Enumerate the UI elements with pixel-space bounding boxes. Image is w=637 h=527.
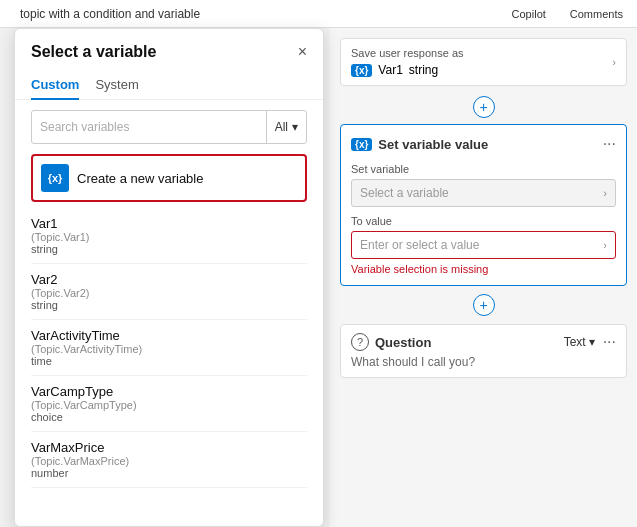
save-response-chevron[interactable]: › — [612, 56, 616, 68]
plus-circle-top[interactable]: + — [473, 96, 495, 118]
select-var-chevron: › — [603, 187, 607, 199]
var-name-display: Var1 — [378, 63, 402, 77]
list-item[interactable]: VarActivityTime (Topic.VarActivityTime) … — [31, 320, 307, 376]
panel-header: Select a variable × — [15, 29, 323, 61]
tab-system[interactable]: System — [95, 71, 138, 100]
var-type-display: string — [409, 63, 438, 77]
text-type-label: Text — [564, 335, 586, 349]
error-text: Variable selection is missing — [351, 263, 616, 275]
select-variable-placeholder: Select a variable — [360, 186, 449, 200]
var-badge: {x} — [351, 64, 372, 77]
card-menu-dots[interactable]: ··· — [603, 135, 616, 153]
create-var-icon: {x} — [41, 164, 69, 192]
top-bar: topic with a condition and variable Copi… — [0, 0, 637, 28]
comments-button[interactable]: Comments — [564, 6, 629, 22]
list-item[interactable]: VarCampType (Topic.VarCampType) choice — [31, 376, 307, 432]
var-item-type: number — [31, 467, 307, 479]
var-item-type: string — [31, 243, 307, 255]
var-item-type: string — [31, 299, 307, 311]
var-item-name: VarMaxPrice — [31, 440, 307, 455]
to-value-chevron: › — [603, 239, 607, 251]
to-value-label: To value — [351, 215, 616, 227]
tab-custom[interactable]: Custom — [31, 71, 79, 100]
card-header-left: {x} Set variable value — [351, 137, 488, 152]
filter-chevron: ▾ — [292, 120, 298, 134]
question-left: ? Question — [351, 333, 431, 351]
close-button[interactable]: × — [298, 43, 307, 61]
plus-connector-top: + — [340, 96, 627, 118]
save-response-content: Save user response as {x} Var1 string — [351, 47, 464, 77]
save-response-value: {x} Var1 string — [351, 63, 464, 77]
var-item-topic: (Topic.VarCampType) — [31, 399, 307, 411]
variable-list: Var1 (Topic.Var1) string Var2 (Topic.Var… — [15, 208, 323, 526]
set-variable-label: Set variable — [351, 163, 616, 175]
set-var-badge: {x} — [351, 138, 372, 151]
question-card: ? Question Text ▾ ··· What should I call… — [340, 324, 627, 378]
copilot-button[interactable]: Copilot — [506, 6, 552, 22]
question-right: Text ▾ ··· — [564, 333, 616, 351]
var-item-name: VarCampType — [31, 384, 307, 399]
var-item-topic: (Topic.VarActivityTime) — [31, 343, 307, 355]
to-value-input[interactable]: Enter or select a value › — [351, 231, 616, 259]
set-variable-title: Set variable value — [378, 137, 488, 152]
question-menu-dots[interactable]: ··· — [603, 333, 616, 351]
all-label: All — [275, 120, 288, 134]
var-item-name: VarActivityTime — [31, 328, 307, 343]
text-dropdown-chevron: ▾ — [589, 335, 595, 349]
plus-connector-bottom: + — [340, 294, 627, 316]
var-item-type: choice — [31, 411, 307, 423]
to-value-placeholder: Enter or select a value — [360, 238, 479, 252]
list-item[interactable]: Var2 (Topic.Var2) string — [31, 264, 307, 320]
var-item-name: Var1 — [31, 216, 307, 231]
search-bar: All ▾ — [31, 110, 307, 144]
save-response-card: Save user response as {x} Var1 string › — [340, 38, 627, 86]
var-item-topic: (Topic.Var1) — [31, 231, 307, 243]
page-title: topic with a condition and variable — [20, 7, 200, 21]
list-item[interactable]: Var1 (Topic.Var1) string — [31, 208, 307, 264]
search-input[interactable] — [32, 114, 266, 140]
create-var-label: Create a new variable — [77, 171, 203, 186]
var-item-topic: (Topic.VarMaxPrice) — [31, 455, 307, 467]
var-item-name: Var2 — [31, 272, 307, 287]
tabs: Custom System — [15, 71, 323, 100]
save-response-label: Save user response as — [351, 47, 464, 59]
select-variable-panel: Select a variable × Custom System All ▾ … — [14, 28, 324, 527]
question-header: ? Question Text ▾ ··· — [351, 333, 616, 351]
var-item-type: time — [31, 355, 307, 367]
list-item[interactable]: VarMaxPrice (Topic.VarMaxPrice) number — [31, 432, 307, 488]
question-title: Question — [375, 335, 431, 350]
right-panel: Save user response as {x} Var1 string › … — [330, 28, 637, 527]
all-filter-dropdown[interactable]: All ▾ — [266, 111, 306, 143]
set-variable-card: {x} Set variable value ··· Set variable … — [340, 124, 627, 286]
panel-title: Select a variable — [31, 43, 156, 61]
select-variable-input[interactable]: Select a variable › — [351, 179, 616, 207]
text-type-dropdown[interactable]: Text ▾ — [564, 335, 595, 349]
var-item-topic: (Topic.Var2) — [31, 287, 307, 299]
question-icon: ? — [351, 333, 369, 351]
create-variable-button[interactable]: {x} Create a new variable — [31, 154, 307, 202]
question-content: What should I call you? — [351, 355, 616, 369]
plus-circle-bottom[interactable]: + — [473, 294, 495, 316]
card-header: {x} Set variable value ··· — [351, 135, 616, 153]
